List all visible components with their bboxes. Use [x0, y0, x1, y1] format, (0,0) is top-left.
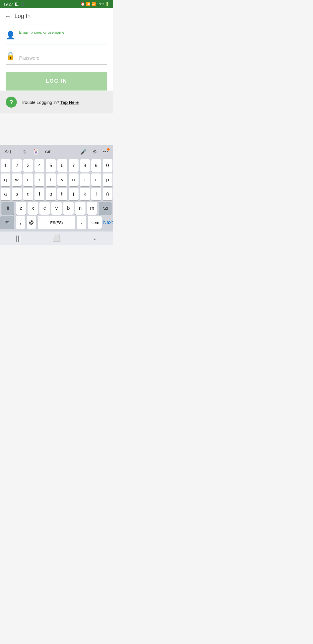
email-field-content: Email, phone, or username — [19, 30, 107, 40]
key-comma[interactable]: , — [16, 216, 25, 229]
key-q[interactable]: q — [1, 173, 10, 186]
key-j[interactable]: j — [69, 188, 79, 200]
alarm-icon: ⏰ — [81, 2, 85, 6]
password-input[interactable] — [19, 56, 107, 61]
keyboard-row-a: a s d f g h j k l ñ — [1, 188, 112, 200]
symbols-key[interactable]: !#1 — [0, 216, 14, 229]
recent-apps-icon[interactable]: ||| — [16, 234, 21, 242]
key-i[interactable]: i — [80, 173, 90, 186]
key-7[interactable]: 7 — [69, 159, 79, 172]
more-icon[interactable]: ••• — [101, 148, 110, 156]
wifi-icon: 📶 — [86, 2, 90, 6]
key-h[interactable]: h — [57, 188, 67, 200]
key-6[interactable]: 6 — [57, 159, 67, 172]
key-a[interactable]: a — [1, 188, 10, 200]
email-label: Email, phone, or username — [19, 30, 107, 35]
signal-icon: 📶 — [92, 2, 96, 6]
backspace-key[interactable]: ⌫ — [99, 202, 112, 215]
key-1[interactable]: 1 — [1, 159, 10, 172]
key-dotcom[interactable]: .com — [88, 216, 102, 229]
key-m[interactable]: m — [87, 202, 97, 215]
keyboard-row-z: ⬆ z x c v b n m ⌫ — [1, 202, 112, 215]
key-p[interactable]: p — [103, 173, 112, 186]
help-icon: ? — [6, 97, 17, 108]
top-bar: ← Log In — [0, 8, 113, 24]
email-field-row: 👤 Email, phone, or username — [6, 30, 107, 44]
key-y[interactable]: y — [57, 173, 67, 186]
toolbar-divider — [17, 148, 17, 155]
keyboard-row-bottom: !#1 , @ ES(ES) . .com Next — [1, 216, 112, 229]
key-n-tilde[interactable]: ñ — [103, 188, 112, 200]
key-g[interactable]: g — [46, 188, 56, 200]
bottom-nav-bar: ||| ⬜ ⌄ — [0, 231, 113, 245]
key-at[interactable]: @ — [27, 216, 36, 229]
key-n[interactable]: n — [75, 202, 85, 215]
trouble-prefix: Trouble Logging in? — [21, 100, 59, 105]
trouble-section: ? Trouble Logging in? Tap Here — [0, 91, 113, 113]
key-k[interactable]: k — [80, 188, 90, 200]
emoji-icon[interactable]: ☺ — [20, 148, 29, 156]
key-2[interactable]: 2 — [12, 159, 22, 172]
keyboard: 1 2 3 4 5 6 7 8 9 0 q w e r t y u i o p … — [0, 158, 113, 231]
app-container: 19:27 🖼 🎵 ⏰ 📶 📶 19% 🔋 ← Log In 👤 Email, … — [0, 0, 113, 245]
battery-level: 19% — [97, 2, 104, 6]
back-nav-icon[interactable]: ⌄ — [92, 234, 97, 242]
key-w[interactable]: w — [12, 173, 22, 186]
music-icon: 🎵 — [20, 2, 25, 6]
keyboard-row-q: q w e r t y u i o p — [1, 173, 112, 186]
status-bar: 19:27 🖼 🎵 ⏰ 📶 📶 19% 🔋 — [0, 0, 113, 8]
key-u[interactable]: u — [69, 173, 79, 186]
key-v[interactable]: v — [51, 202, 62, 215]
email-input[interactable] — [19, 35, 107, 40]
trouble-link[interactable]: Tap Here — [60, 100, 79, 105]
key-b[interactable]: b — [63, 202, 74, 215]
status-left: 19:27 🖼 🎵 — [3, 2, 25, 6]
sticker-icon[interactable]: 🃏 — [31, 147, 41, 156]
key-x[interactable]: x — [28, 202, 38, 215]
login-button[interactable]: LOG IN — [6, 72, 107, 91]
key-c[interactable]: c — [39, 202, 50, 215]
key-t[interactable]: t — [46, 173, 56, 186]
key-0[interactable]: 0 — [103, 159, 112, 172]
translate-icon[interactable]: ↻T — [3, 147, 14, 156]
key-9[interactable]: 9 — [91, 159, 101, 172]
space-key[interactable]: ES(ES) — [38, 216, 75, 229]
next-key[interactable]: Next — [103, 216, 113, 229]
keyboard-row-numbers: 1 2 3 4 5 6 7 8 9 0 — [1, 159, 112, 172]
user-icon: 👤 — [6, 31, 15, 40]
mic-icon[interactable]: 🎤 — [79, 147, 88, 156]
trouble-text: Trouble Logging in? Tap Here — [21, 100, 79, 105]
gallery-icon: 🖼 — [15, 2, 19, 6]
key-e[interactable]: e — [23, 173, 33, 186]
key-3[interactable]: 3 — [23, 159, 33, 172]
status-time: 19:27 — [3, 2, 13, 6]
back-button[interactable]: ← — [5, 12, 11, 20]
key-f[interactable]: f — [34, 188, 44, 200]
password-field-content — [19, 56, 107, 61]
settings-icon[interactable]: ⚙ — [91, 147, 99, 156]
key-s[interactable]: s — [12, 188, 22, 200]
content-area: 👤 Email, phone, or username 🔒 LOG IN ? T… — [0, 24, 113, 145]
shift-key[interactable]: ⬆ — [1, 202, 14, 215]
key-z[interactable]: z — [16, 202, 26, 215]
keyboard-toolbar: ↻T ☺ 🃏 GIF 🎤 ⚙ ••• — [0, 145, 113, 158]
key-dot[interactable]: . — [77, 216, 86, 229]
key-4[interactable]: 4 — [34, 159, 44, 172]
gif-icon[interactable]: GIF — [43, 149, 53, 155]
key-l[interactable]: l — [91, 188, 101, 200]
key-8[interactable]: 8 — [80, 159, 90, 172]
login-form: 👤 Email, phone, or username 🔒 LOG IN — [0, 24, 113, 91]
page-title: Log In — [14, 13, 31, 19]
key-o[interactable]: o — [91, 173, 101, 186]
key-5[interactable]: 5 — [46, 159, 56, 172]
status-right: ⏰ 📶 📶 19% 🔋 — [81, 2, 110, 6]
password-field-row: 🔒 — [6, 51, 107, 65]
home-icon[interactable]: ⬜ — [52, 234, 60, 242]
key-r[interactable]: r — [34, 173, 44, 186]
key-d[interactable]: d — [23, 188, 33, 200]
battery-icon: 🔋 — [105, 2, 110, 6]
lock-icon: 🔒 — [6, 51, 15, 60]
